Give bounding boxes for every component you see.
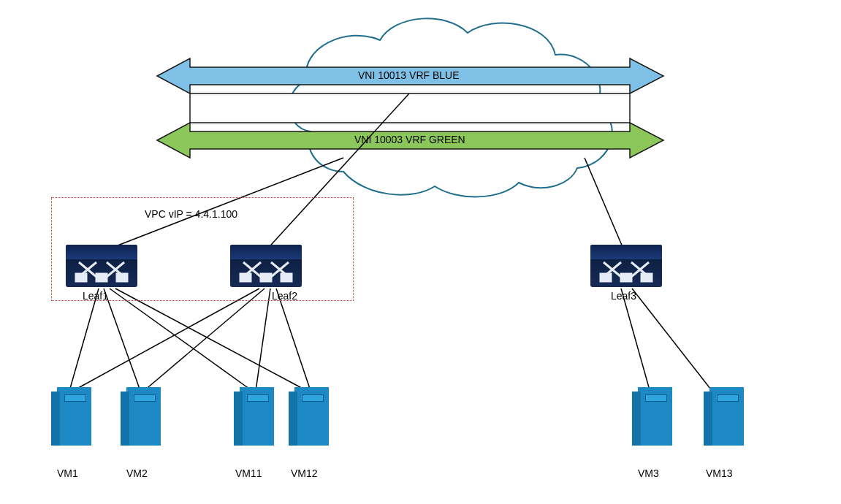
svg-rect-5 [281,274,292,281]
svg-rect-6 [601,274,611,281]
svg-rect-7 [621,274,631,281]
link-leaf2-vm11 [256,289,270,391]
server-vm11 [234,387,274,446]
svg-rect-2 [117,274,127,281]
link-leaf1-vm12 [115,289,307,391]
banner-gap [190,93,630,123]
switch-fabric-icon [590,245,662,287]
server-vm13 [704,387,744,446]
svg-rect-4 [261,274,271,281]
switch-leaf2 [230,245,302,287]
server-vm3 [632,387,672,446]
svg-rect-8 [642,274,652,281]
vni-green-banner [157,123,663,158]
link-leaf1-vm2 [104,289,140,391]
svg-rect-3 [240,274,251,281]
svg-rect-1 [96,274,107,281]
link-leaf1-vm1 [69,289,99,391]
server-vm2 [121,387,161,446]
switch-fabric-icon [66,245,137,287]
server-vm12 [289,387,329,446]
link-leaf2-vm2 [144,289,265,391]
svg-rect-0 [76,274,86,281]
switch-leaf1 [66,245,137,287]
server-vm1 [51,387,91,446]
switch-fabric-icon [230,245,302,287]
link-leaf2-vm12 [276,289,311,391]
link-cloud-leaf3 [585,158,625,252]
switch-leaf3 [590,245,662,287]
